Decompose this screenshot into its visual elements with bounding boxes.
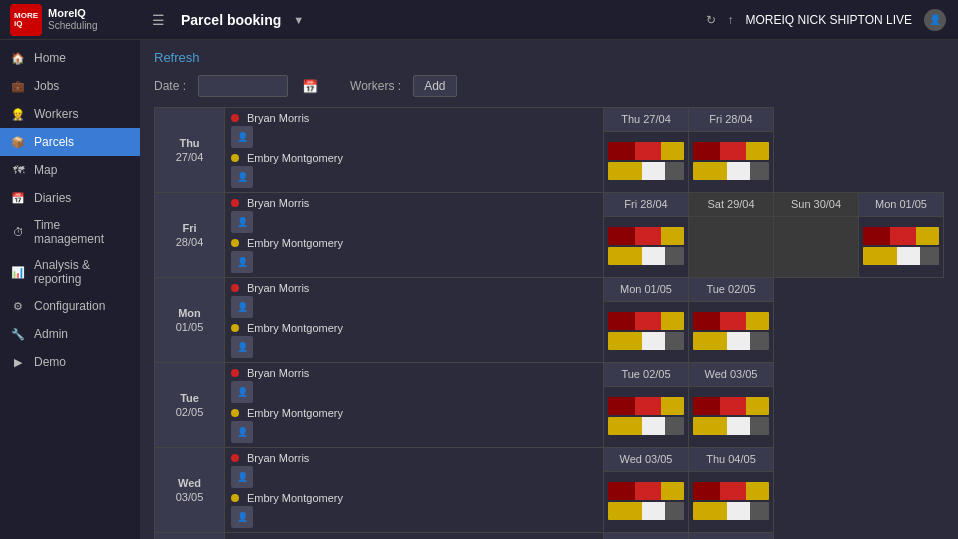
header-left: ☰ Parcel booking ▼ bbox=[152, 12, 304, 28]
worker-row: Embry Montgomery bbox=[231, 492, 597, 504]
parcels-icon: 📦 bbox=[10, 134, 26, 150]
slot-cell[interactable] bbox=[689, 301, 774, 362]
slot-date-header: Thu 04/05 bbox=[689, 448, 774, 472]
workers-icon: 👷 bbox=[10, 106, 26, 122]
sidebar: MOREiQ MoreIQ Scheduling 🏠 Home 💼 Jobs 👷… bbox=[0, 0, 140, 539]
date-cell: Fri28/04 bbox=[155, 193, 225, 278]
schedule-table: Thu27/04Bryan Morris👤Embry Montgomery👤Th… bbox=[154, 107, 944, 539]
sidebar-item-diaries[interactable]: 📅 Diaries bbox=[0, 184, 140, 212]
worker-row: Embry Montgomery bbox=[231, 237, 597, 249]
jobs-icon: 💼 bbox=[10, 78, 26, 94]
slot-date-header: Tue 02/05 bbox=[604, 363, 689, 387]
worker-avatar: 👤 bbox=[231, 421, 253, 443]
slot-cell[interactable] bbox=[859, 216, 944, 277]
date-cell: Mon01/05 bbox=[155, 278, 225, 363]
slot-date-header: Mon 01/05 bbox=[604, 278, 689, 302]
config-icon: ⚙ bbox=[10, 298, 26, 314]
slot-date-header: Fri 05/05 bbox=[689, 533, 774, 540]
sidebar-item-label: Map bbox=[34, 163, 57, 177]
sidebar-item-label: Analysis & reporting bbox=[34, 258, 130, 286]
worker-row: Bryan Morris bbox=[231, 282, 597, 294]
worker-row: Bryan Morris bbox=[231, 197, 597, 209]
sidebar-item-label: Home bbox=[34, 51, 66, 65]
slot-date-header: Wed 03/05 bbox=[604, 448, 689, 472]
main-content: ☰ Parcel booking ▼ ↻ ↑ MOREIQ NICK SHIPT… bbox=[140, 0, 958, 539]
workers-cell: Bryan Morris👤Embry Montgomery👤 bbox=[225, 448, 604, 533]
worker-row: Bryan Morris bbox=[231, 367, 597, 379]
slot-date-header: Thu 27/04 bbox=[604, 108, 689, 132]
add-button[interactable]: Add bbox=[413, 75, 456, 97]
sidebar-item-configuration[interactable]: ⚙ Configuration bbox=[0, 292, 140, 320]
slot-cell[interactable] bbox=[604, 301, 689, 362]
worker-avatar: 👤 bbox=[231, 336, 253, 358]
worker-avatar: 👤 bbox=[231, 166, 253, 188]
sidebar-item-time-management[interactable]: ⏱ Time management bbox=[0, 212, 140, 252]
hamburger-icon[interactable]: ☰ bbox=[152, 12, 165, 28]
refresh-icon[interactable]: ↻ bbox=[706, 13, 716, 27]
sidebar-item-label: Parcels bbox=[34, 135, 74, 149]
calendar-icon[interactable]: 📅 bbox=[302, 79, 318, 94]
content-area: Refresh Date : 📅 Workers : Add Thu27/04B… bbox=[140, 40, 958, 539]
slot-cell[interactable] bbox=[604, 386, 689, 447]
date-cell: Tue02/05 bbox=[155, 363, 225, 448]
map-icon: 🗺 bbox=[10, 162, 26, 178]
sidebar-item-label: Configuration bbox=[34, 299, 105, 313]
admin-icon: 🔧 bbox=[10, 326, 26, 342]
workers-cell: Bryan Morris👤Embry Montgomery👤 bbox=[225, 533, 604, 540]
worker-avatar: 👤 bbox=[231, 466, 253, 488]
sidebar-item-demo[interactable]: ▶ Demo bbox=[0, 348, 140, 376]
sidebar-item-label: Workers bbox=[34, 107, 78, 121]
sidebar-item-jobs[interactable]: 💼 Jobs bbox=[0, 72, 140, 100]
page-title: Parcel booking bbox=[181, 12, 281, 28]
slot-cell[interactable] bbox=[604, 216, 689, 277]
slot-date-header: Thu 04/05 bbox=[604, 533, 689, 540]
diaries-icon: 📅 bbox=[10, 190, 26, 206]
worker-avatar: 👤 bbox=[231, 211, 253, 233]
slot-cell[interactable] bbox=[689, 131, 774, 192]
slot-cell[interactable] bbox=[604, 131, 689, 192]
slot-date-header: Wed 03/05 bbox=[689, 363, 774, 387]
sidebar-item-label: Demo bbox=[34, 355, 66, 369]
header: ☰ Parcel booking ▼ ↻ ↑ MOREIQ NICK SHIPT… bbox=[140, 0, 958, 40]
logo-text: MoreIQ Scheduling bbox=[48, 7, 97, 32]
header-right: ↻ ↑ MOREIQ NICK SHIPTON LIVE 👤 bbox=[706, 9, 946, 31]
filter-row: Date : 📅 Workers : Add bbox=[154, 75, 944, 97]
slot-cell[interactable] bbox=[689, 216, 774, 277]
workers-cell: Bryan Morris👤Embry Montgomery👤 bbox=[225, 278, 604, 363]
sidebar-item-parcels[interactable]: 📦 Parcels bbox=[0, 128, 140, 156]
worker-avatar: 👤 bbox=[231, 126, 253, 148]
sidebar-item-map[interactable]: 🗺 Map bbox=[0, 156, 140, 184]
sidebar-item-home[interactable]: 🏠 Home bbox=[0, 44, 140, 72]
slot-cell[interactable] bbox=[689, 471, 774, 532]
slot-date-header: Sat 29/04 bbox=[689, 193, 774, 217]
slot-date-header: Sun 30/04 bbox=[774, 193, 859, 217]
sidebar-item-analysis[interactable]: 📊 Analysis & reporting bbox=[0, 252, 140, 292]
worker-avatar: 👤 bbox=[231, 381, 253, 403]
worker-avatar: 👤 bbox=[231, 296, 253, 318]
slot-cell[interactable] bbox=[689, 386, 774, 447]
refresh-button[interactable]: Refresh bbox=[154, 50, 200, 65]
date-input[interactable] bbox=[198, 75, 288, 97]
sidebar-item-label: Admin bbox=[34, 327, 68, 341]
worker-row: Bryan Morris bbox=[231, 452, 597, 464]
workers-cell: Bryan Morris👤Embry Montgomery👤 bbox=[225, 363, 604, 448]
worker-avatar: 👤 bbox=[231, 506, 253, 528]
slot-cell[interactable] bbox=[604, 471, 689, 532]
sidebar-item-workers[interactable]: 👷 Workers bbox=[0, 100, 140, 128]
user-avatar[interactable]: 👤 bbox=[924, 9, 946, 31]
analysis-icon: 📊 bbox=[10, 264, 26, 280]
time-icon: ⏱ bbox=[10, 224, 26, 240]
slot-date-header: Mon 01/05 bbox=[859, 193, 944, 217]
sidebar-item-label: Time management bbox=[34, 218, 130, 246]
worker-avatar: 👤 bbox=[231, 251, 253, 273]
slot-cell[interactable] bbox=[774, 216, 859, 277]
share-icon[interactable]: ↑ bbox=[728, 13, 734, 27]
sidebar-item-label: Jobs bbox=[34, 79, 59, 93]
sidebar-nav: 🏠 Home 💼 Jobs 👷 Workers 📦 Parcels 🗺 Map … bbox=[0, 40, 140, 539]
logo-icon: MOREiQ bbox=[10, 4, 42, 36]
chevron-down-icon[interactable]: ▼ bbox=[293, 14, 304, 26]
worker-row: Bryan Morris bbox=[231, 112, 597, 124]
slot-date-header: Tue 02/05 bbox=[689, 278, 774, 302]
worker-row: Embry Montgomery bbox=[231, 152, 597, 164]
sidebar-item-admin[interactable]: 🔧 Admin bbox=[0, 320, 140, 348]
